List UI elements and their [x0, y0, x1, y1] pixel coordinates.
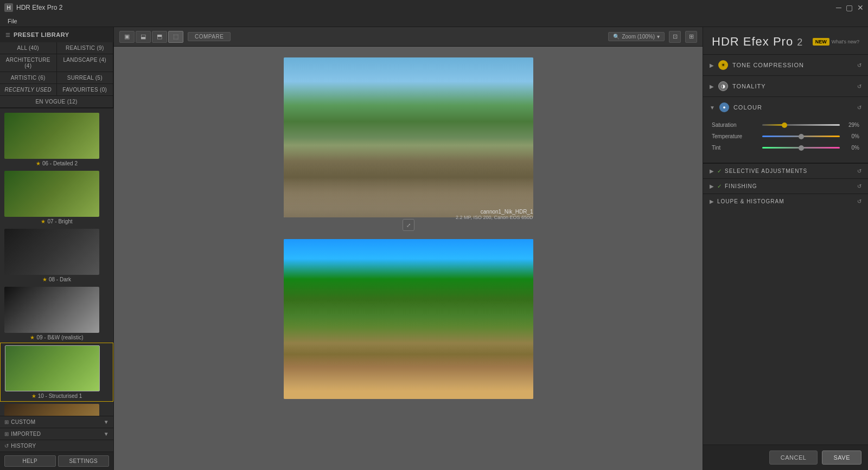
- temperature-track[interactable]: [762, 136, 840, 137]
- cat-realistic[interactable]: REALISTIC (9): [57, 42, 114, 54]
- colour-reset-icon[interactable]: ↺: [857, 105, 861, 111]
- settings-button[interactable]: SETTINGS: [58, 455, 110, 467]
- preset-label-08: ★ 08 - Dark: [4, 276, 109, 282]
- restore-button[interactable]: ▢: [846, 3, 853, 12]
- bottom-cannon-photo: [284, 239, 533, 399]
- cat-landscape[interactable]: LANDSCAPE (4): [57, 54, 114, 72]
- history-icon: ↺: [4, 443, 9, 449]
- finishing-header[interactable]: ▶ ✓ FINISHING ↺: [703, 178, 868, 194]
- full-btn[interactable]: ⊞: [685, 31, 697, 43]
- new-badge: NEW: [813, 38, 829, 46]
- cancel-button[interactable]: CANCEL: [769, 450, 818, 465]
- saturation-value: 29%: [844, 122, 859, 128]
- preset-item-06[interactable]: ★ 06 - Detailed 2: [0, 111, 113, 169]
- top-cannon-photo: [284, 57, 533, 217]
- cat-artistic[interactable]: ARTISTIC (6): [0, 72, 57, 84]
- footer-custom[interactable]: ⊞ CUSTOM ▼: [0, 416, 113, 428]
- tint-thumb[interactable]: [799, 145, 804, 151]
- preset-label-10: ★ 10 - Structurised 1: [5, 393, 108, 399]
- selective-adj-check-icon: ✓: [717, 168, 722, 174]
- right-panel: HDR Efex Pro 2 NEW What's new? ▶ ☀ TONE …: [703, 27, 868, 470]
- temperature-thumb[interactable]: [799, 134, 804, 139]
- tone-compression-section: ▶ ☀ TONE COMPRESSION ↺: [703, 55, 868, 76]
- zoom-label: Zoom (100%): [622, 34, 655, 40]
- tonality-header[interactable]: ▶ ◑ TONALITY ↺: [703, 76, 868, 96]
- footer-imported[interactable]: ⊞ IMPORTED ▼: [0, 428, 113, 440]
- cat-favourites[interactable]: FAVOURITES (0): [57, 84, 114, 96]
- preset-item-11[interactable]: ★ 11 - Warm: [0, 402, 113, 416]
- cat-recently-used[interactable]: RECENTLY USED: [0, 84, 57, 96]
- cat-all[interactable]: ALL (40): [0, 42, 57, 54]
- custom-expand-icon[interactable]: ▼: [104, 419, 109, 425]
- loupe-header[interactable]: ▶ LOUPE & HISTOGRAM ↺: [703, 194, 868, 209]
- sidebar-footer: ⊞ CUSTOM ▼ ⊞ IMPORTED ▼ ↺ HISTORY HELP S…: [0, 416, 113, 470]
- loupe-action-icon[interactable]: ↺: [857, 198, 861, 204]
- tint-row: Tint 0%: [712, 145, 859, 151]
- imported-label: IMPORTED: [11, 431, 41, 437]
- fit-btn[interactable]: ⊡: [669, 31, 681, 43]
- tone-compression-title: TONE COMPRESSION: [732, 62, 853, 68]
- cat-surreal[interactable]: SURREAL (5): [57, 72, 114, 84]
- help-button[interactable]: HELP: [4, 455, 56, 467]
- view-split-h-btn[interactable]: ⬓: [136, 31, 151, 43]
- tint-track[interactable]: [762, 147, 840, 149]
- save-button[interactable]: SAVE: [822, 450, 861, 465]
- history-label: HISTORY: [11, 443, 36, 449]
- center-content: ▣ ⬓ ⬒ ⬚ Compare 🔍 Zoom (100%) ▾ ⊡ ⊞: [114, 27, 703, 470]
- app-header: HDR Efex Pro 2 NEW What's new?: [703, 27, 868, 55]
- footer-history[interactable]: ↺ HISTORY: [0, 440, 113, 452]
- tonality-expand-icon: ▶: [710, 83, 714, 89]
- preset-label-09: ★ 09 - B&W (realistic): [4, 334, 109, 340]
- colour-title: COLOUR: [733, 104, 853, 111]
- selective-adj-expand-icon: ▶: [710, 168, 714, 174]
- tone-compression-reset-icon[interactable]: ↺: [857, 62, 861, 68]
- tone-compression-expand-icon: ▶: [710, 62, 714, 68]
- sidebar-header-icon: ☰: [5, 32, 10, 38]
- view-dual-btn[interactable]: ⬚: [168, 31, 183, 43]
- finishing-reset-icon[interactable]: ↺: [857, 183, 861, 189]
- view-split-v-btn[interactable]: ⬒: [152, 31, 167, 43]
- menu-file[interactable]: File: [4, 18, 21, 24]
- compare-button[interactable]: Compare: [188, 32, 231, 41]
- main-layout: ☰ PRESET LIBRARY ALL (40) REALISTIC (9) …: [0, 27, 868, 470]
- cat-en-vogue[interactable]: EN VOGUE (12): [0, 96, 113, 108]
- app-name-label: HDR Efex Pro 2: [16, 4, 62, 11]
- image-filename: cannon1_Nik_HDR_1: [456, 209, 533, 215]
- top-photo-frame: [284, 57, 533, 217]
- custom-label: CUSTOM: [11, 419, 35, 425]
- preset-thumb-08: [4, 229, 99, 275]
- toolbar: ▣ ⬓ ⬒ ⬚ Compare 🔍 Zoom (100%) ▾ ⊡ ⊞: [114, 27, 703, 47]
- saturation-thumb[interactable]: [782, 123, 787, 128]
- app-title-bar: H HDR Efex Pro 2: [4, 3, 836, 12]
- preset-item-10[interactable]: ★ 10 - Structurised 1: [0, 343, 113, 402]
- app-icon: H: [4, 3, 13, 12]
- view-single-btn[interactable]: ▣: [119, 31, 135, 43]
- cat-architecture[interactable]: ARCHITECTURE (4): [0, 54, 57, 72]
- image-area: cannon1_Nik_HDR_1 2.2 MP, ISO 200, Canon…: [114, 47, 703, 470]
- compare-icon-btn[interactable]: ⤢: [403, 219, 414, 231]
- saturation-row: Saturation 29%: [712, 122, 859, 128]
- loupe-expand-icon: ▶: [710, 198, 714, 204]
- temperature-row: Temperature 0%: [712, 133, 859, 139]
- close-button[interactable]: ✕: [857, 3, 864, 12]
- tonality-reset-icon[interactable]: ↺: [857, 83, 861, 89]
- preset-label-06: ★ 06 - Detailed 2: [4, 160, 109, 166]
- colour-header[interactable]: ▼ ● COLOUR ↺: [703, 97, 868, 118]
- saturation-track[interactable]: [762, 124, 840, 126]
- finishing-title: FINISHING: [725, 183, 854, 189]
- imported-expand-icon[interactable]: ▼: [104, 431, 109, 437]
- preset-list: ★ 06 - Detailed 2 ★ 07 - Bright ★ 08 - D…: [0, 108, 113, 416]
- selective-adj-header[interactable]: ▶ ✓ SELECTIVE ADJUSTMENTS ↺: [703, 163, 868, 178]
- window-controls: ─ ▢ ✕: [836, 3, 864, 12]
- tone-compression-icon: ☀: [718, 60, 728, 70]
- preset-item-08[interactable]: ★ 08 - Dark: [0, 227, 113, 285]
- finishing-check-icon: ✓: [717, 183, 722, 189]
- saturation-label: Saturation: [712, 122, 758, 128]
- bottom-buttons: HELP SETTINGS: [0, 452, 113, 470]
- preset-item-09[interactable]: ★ 09 - B&W (realistic): [0, 285, 113, 343]
- zoom-control[interactable]: 🔍 Zoom (100%) ▾: [608, 32, 665, 41]
- preset-item-07[interactable]: ★ 07 - Bright: [0, 169, 113, 227]
- tone-compression-header[interactable]: ▶ ☀ TONE COMPRESSION ↺: [703, 55, 868, 75]
- selective-adj-reset-icon[interactable]: ↺: [857, 168, 861, 174]
- minimize-button[interactable]: ─: [836, 3, 841, 12]
